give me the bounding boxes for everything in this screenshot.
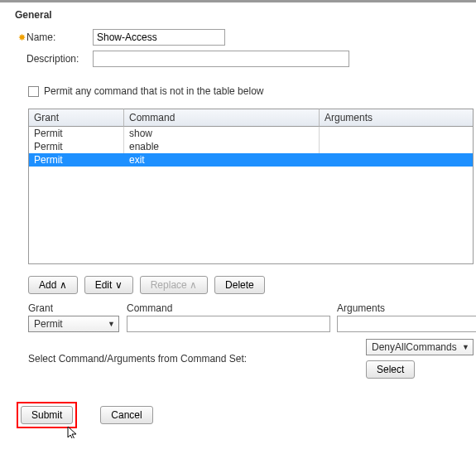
cell-arguments (320, 127, 473, 140)
chevron-down-icon: ▼ (108, 320, 115, 328)
name-input[interactable] (93, 29, 225, 46)
grant-select-value: Permit (34, 318, 63, 330)
cell-grant: Permit (29, 127, 124, 140)
required-icon: ✸ (17, 32, 26, 43)
cell-arguments (320, 153, 473, 167)
col-header-command[interactable]: Command (124, 109, 320, 127)
cell-grant: Permit (29, 153, 124, 167)
cell-command: exit (124, 153, 320, 167)
command-table[interactable]: Grant Command Arguments PermitshowPermit… (28, 109, 474, 264)
command-input[interactable] (127, 316, 330, 332)
name-label: Name: (26, 31, 93, 43)
cell-command: show (124, 127, 320, 140)
submit-button[interactable]: Submit (21, 406, 73, 424)
submit-highlight: Submit (17, 402, 77, 428)
grant-select[interactable]: Permit ▼ (28, 316, 119, 332)
arguments-input[interactable] (337, 316, 476, 332)
cell-command: enable (124, 140, 320, 153)
select-button[interactable]: Select (366, 360, 415, 379)
permit-any-checkbox[interactable] (28, 86, 39, 97)
permit-any-label: Permit any command that is not in the ta… (44, 85, 263, 97)
delete-button[interactable]: Delete (214, 276, 265, 294)
arguments-field-label: Arguments (337, 302, 476, 314)
section-title: General (15, 9, 476, 21)
command-field-label: Command (127, 302, 334, 314)
table-row[interactable]: Permitexit (29, 153, 473, 167)
description-label: Description: (26, 53, 93, 65)
grant-field-label: Grant (28, 302, 123, 314)
col-header-grant[interactable]: Grant (29, 109, 124, 127)
description-input[interactable] (93, 51, 349, 67)
command-set-value: DenyAllCommands (372, 341, 457, 353)
replace-button: Replace ∧ (140, 276, 208, 294)
edit-button[interactable]: Edit ∨ (84, 276, 133, 294)
chevron-down-icon: ▼ (462, 343, 469, 351)
col-header-arguments[interactable]: Arguments (320, 109, 473, 127)
add-button[interactable]: Add ∧ (28, 276, 78, 294)
table-row[interactable]: Permitshow (29, 127, 473, 140)
cell-grant: Permit (29, 140, 124, 153)
cancel-button[interactable]: Cancel (100, 406, 152, 424)
select-from-set-label: Select Command/Arguments from Command Se… (28, 353, 247, 365)
command-set-select[interactable]: DenyAllCommands ▼ (366, 339, 474, 355)
cell-arguments (320, 140, 473, 153)
table-row[interactable]: Permitenable (29, 140, 473, 153)
